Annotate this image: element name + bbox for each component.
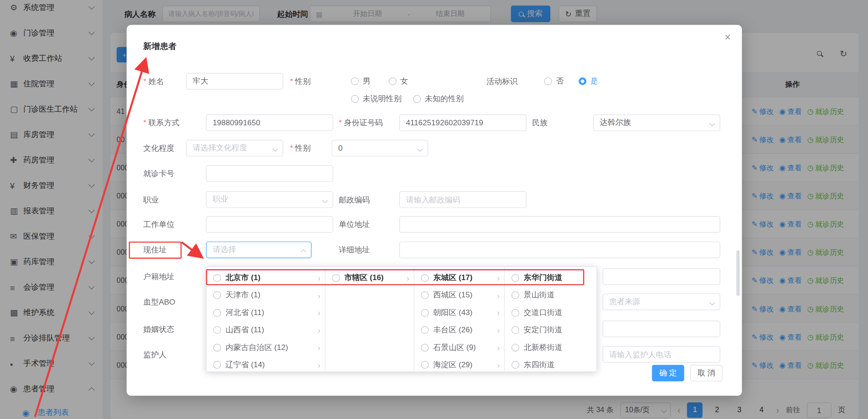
cascader-option-beixinqiao[interactable]: 北新桥街道 xyxy=(505,339,597,356)
contact-input[interactable] xyxy=(206,114,333,131)
radio-icon xyxy=(511,274,519,282)
cascader-option-dongcheng[interactable]: 东城区 (17)› xyxy=(414,269,504,286)
cascader-option-jingshan[interactable]: 景山街道 xyxy=(505,286,597,304)
occupation-label: 职业 xyxy=(143,191,159,208)
unit-address-input[interactable] xyxy=(399,216,720,233)
detail-address-label: 详细地址 xyxy=(339,242,369,258)
work-unit-label: 工作单位 xyxy=(143,216,174,233)
cascader-option-chaoyang[interactable]: 朝阳区 (43)› xyxy=(414,304,504,321)
cascader-option-tianjin[interactable]: 天津市 (1)› xyxy=(207,286,325,304)
cascader-province-column: 北京市 (1)› 天津市 (1)› 河北省 (11)› 山西省 (11)› 内蒙… xyxy=(207,267,326,371)
radio-icon xyxy=(421,274,429,282)
radio-icon xyxy=(421,309,429,316)
radio-icon xyxy=(421,326,429,334)
active-flag-radio-no[interactable]: 否 xyxy=(544,73,564,90)
radio-icon xyxy=(421,291,429,299)
patient-source-select[interactable]: 患者来源 xyxy=(603,294,720,311)
gender-radio-male[interactable]: 男 xyxy=(351,73,370,90)
guardian-phone-input[interactable] xyxy=(603,346,720,363)
chevron-down-icon xyxy=(709,121,715,126)
radio-icon xyxy=(511,326,519,334)
unit-address-label: 单位地址 xyxy=(339,216,369,233)
gender-radio-unspecified[interactable]: 未说明性别 xyxy=(351,91,401,108)
radio-icon xyxy=(511,344,519,351)
radio-icon xyxy=(511,291,519,299)
chevron-right-icon: › xyxy=(497,360,500,370)
cascader-option-beijing[interactable]: 北京市 (1)› xyxy=(207,269,325,286)
guardian-label: 监护人 xyxy=(143,346,166,363)
radio-icon xyxy=(413,95,421,103)
radio-icon xyxy=(213,326,221,334)
add-patient-modal: 新增患者 × 姓名 性别 男 女 活动标识 否 是 未说明性别 未知的性别 联系… xyxy=(127,25,742,396)
app-root: ⚙系统管理 ◉门诊管理 ¥收费工作站 ▦住院管理 ▢门诊医生工作站 ▤库房管理 … xyxy=(0,0,868,419)
cascader-option-dongsi[interactable]: 东四街道 xyxy=(505,356,597,372)
cascader-option-haidian[interactable]: 海淀区 (29)› xyxy=(414,356,504,372)
chevron-right-icon: › xyxy=(318,273,320,283)
chevron-right-icon: › xyxy=(497,273,500,283)
radio-icon xyxy=(421,361,429,369)
chevron-down-icon xyxy=(709,300,715,306)
cascader-city-column: 市辖区 (16)› xyxy=(325,267,414,371)
gender-radio-female[interactable]: 女 xyxy=(389,73,408,90)
name-input[interactable] xyxy=(186,73,283,90)
cascader-option-hebei[interactable]: 河北省 (11)› xyxy=(207,304,325,321)
cascader-street-column: 东华门街道 景山街道 交道口街道 安定门街道 北新桥街道 东四街道 xyxy=(505,267,597,371)
ethnicity-label: 民族 xyxy=(532,114,548,131)
detail-address-input[interactable] xyxy=(399,242,720,258)
radio-icon xyxy=(511,309,519,316)
chevron-down-icon xyxy=(417,146,423,152)
cascader-option-jiaodaokou[interactable]: 交道口街道 xyxy=(505,304,597,321)
radio-icon xyxy=(213,309,221,316)
postal-code-label: 邮政编码 xyxy=(339,191,369,208)
current-address-label: 现住址 xyxy=(143,242,166,258)
address-cascader-panel: 北京市 (1)› 天津市 (1)› 河北省 (11)› 山西省 (11)› 内蒙… xyxy=(206,266,597,372)
gender-radio-unknown[interactable]: 未知的性别 xyxy=(413,91,464,108)
cascader-option-liaoning[interactable]: 辽宁省 (14)› xyxy=(207,356,325,372)
radio-icon xyxy=(421,344,429,351)
contact-label: 联系方式 xyxy=(143,114,180,131)
household-address-input[interactable] xyxy=(603,268,720,285)
active-flag-radio-yes[interactable]: 是 xyxy=(579,73,598,90)
close-icon[interactable]: × xyxy=(725,31,731,44)
gender-code-label: 性别 xyxy=(290,140,311,157)
chevron-right-icon: › xyxy=(407,273,409,283)
chevron-right-icon: › xyxy=(318,343,320,352)
cascader-option-xicheng[interactable]: 西城区 (15)› xyxy=(414,286,504,304)
name-label: 姓名 xyxy=(143,73,164,90)
current-address-cascader[interactable]: 请选择 xyxy=(206,242,311,258)
chevron-right-icon: › xyxy=(318,291,320,300)
modal-title: 新增患者 xyxy=(143,41,176,52)
modal-scrollbar[interactable] xyxy=(736,251,739,296)
visit-card-input[interactable] xyxy=(206,165,333,182)
cascader-option-shixiaqu[interactable]: 市辖区 (16)› xyxy=(325,269,414,286)
cascader-option-shijingshan[interactable]: 石景山区 (9)› xyxy=(414,339,504,356)
chevron-right-icon: › xyxy=(318,325,320,335)
chevron-right-icon: › xyxy=(497,308,500,318)
cascader-option-donghuamen[interactable]: 东华门街道 xyxy=(505,269,597,286)
occupation-select[interactable]: 职业 xyxy=(206,191,333,208)
radio-icon xyxy=(213,291,221,299)
cascader-option-neimenggu[interactable]: 内蒙古自治区 (12)› xyxy=(207,339,325,356)
household-address-label: 户籍地址 xyxy=(143,268,174,285)
cascader-option-shanxi[interactable]: 山西省 (11)› xyxy=(207,321,325,339)
chevron-right-icon: › xyxy=(497,291,500,300)
active-flag-label: 活动标识 xyxy=(486,73,517,90)
cascader-option-andingmen[interactable]: 安定门街道 xyxy=(505,321,597,339)
id-number-input[interactable] xyxy=(399,114,527,131)
work-unit-input[interactable] xyxy=(206,216,333,233)
gender-code-select[interactable]: 0 xyxy=(332,140,429,157)
chevron-right-icon: › xyxy=(318,360,320,370)
radio-icon xyxy=(511,361,519,369)
chevron-up-icon xyxy=(301,249,306,255)
radio-icon xyxy=(213,361,221,369)
cancel-button[interactable]: 取 消 xyxy=(690,365,723,382)
postal-code-input[interactable] xyxy=(399,191,527,208)
ethnicity-select[interactable]: 达斡尔族 xyxy=(593,114,720,131)
chevron-right-icon: › xyxy=(318,308,320,318)
confirm-button[interactable]: 确 定 xyxy=(652,365,684,382)
cascader-option-fengtai[interactable]: 丰台区 (26)› xyxy=(414,321,504,339)
radio-icon xyxy=(389,77,396,85)
education-select[interactable]: 请选择文化程度 xyxy=(186,140,283,157)
marital-status-side-input[interactable] xyxy=(603,320,720,337)
radio-icon xyxy=(351,95,359,103)
